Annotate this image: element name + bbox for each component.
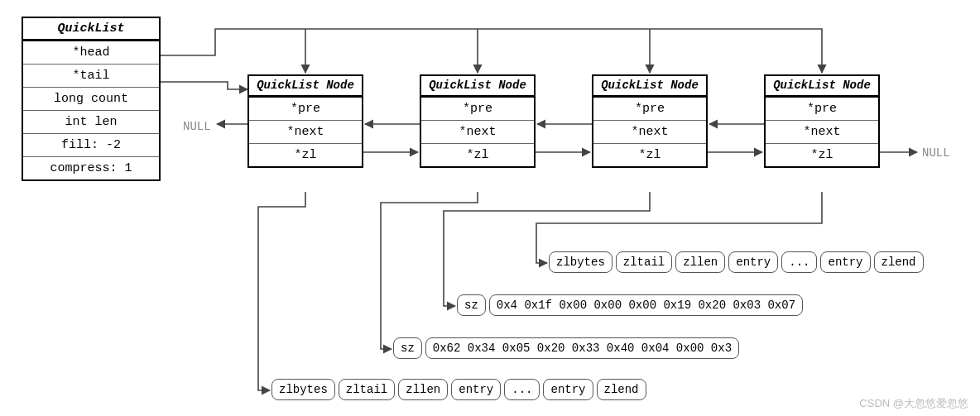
zl1-zlend: zlend (597, 379, 646, 400)
node1-zl: *zl (249, 144, 362, 166)
node2-title: QuickList Node (421, 76, 534, 98)
zl4-entry1: entry (728, 251, 778, 273)
node2-next: *next (421, 121, 534, 144)
node3-zl: *zl (593, 144, 706, 166)
quicklist-node-2: QuickList Node *pre *next *zl (420, 74, 536, 168)
zl1-entry1: entry (451, 379, 501, 400)
sz-row-node3: sz 0x4 0x1f 0x00 0x00 0x00 0x19 0x20 0x0… (457, 294, 803, 316)
node4-next: *next (766, 121, 878, 144)
zl4-dots: ... (781, 251, 817, 273)
zl1-zllen: zllen (398, 379, 448, 400)
node2-pre: *pre (421, 98, 534, 121)
node2-zl: *zl (421, 144, 534, 166)
zl4-entry2: entry (820, 251, 870, 273)
node-title-text: QuickList Node (429, 79, 526, 92)
sz2-label: sz (393, 337, 422, 359)
node3-next: *next (593, 121, 706, 144)
node3-pre: *pre (593, 98, 706, 121)
node1-next: *next (249, 121, 362, 144)
zl4-zlend: zlend (874, 251, 924, 273)
node-title-text: QuickList Node (257, 79, 354, 92)
null-left: NULL (183, 120, 211, 133)
null-right: NULL (922, 146, 950, 160)
zl4-zlbytes: zlbytes (549, 251, 612, 273)
node-title-text: QuickList Node (773, 79, 871, 92)
watermark: CSDN @大忽悠爱忽悠 (859, 396, 968, 411)
quicklist-field-len: int len (23, 111, 159, 134)
quicklist-field-head: *head (23, 41, 159, 65)
quicklist-field-fill: fill: -2 (23, 134, 159, 157)
quicklist-node-1: QuickList Node *pre *next *zl (247, 74, 363, 168)
node4-zl: *zl (766, 144, 878, 166)
quicklist-field-tail: *tail (23, 65, 159, 88)
zl4-zllen: zllen (675, 251, 725, 273)
sz3-bytes: 0x4 0x1f 0x00 0x00 0x00 0x19 0x20 0x03 0… (489, 294, 803, 316)
zl1-zlbytes: zlbytes (271, 379, 335, 400)
sz2-bytes: 0x62 0x34 0x05 0x20 0x33 0x40 0x04 0x00 … (425, 337, 739, 359)
node1-title: QuickList Node (249, 76, 362, 98)
sz-row-node2: sz 0x62 0x34 0x05 0x20 0x33 0x40 0x04 0x… (393, 337, 739, 359)
node4-title: QuickList Node (766, 76, 878, 98)
sz3-label: sz (457, 294, 486, 316)
quicklist-field-count: long count (23, 88, 159, 111)
quicklist-title: QuickList (23, 18, 159, 41)
node-title-text: QuickList Node (601, 79, 699, 92)
node3-title: QuickList Node (593, 76, 706, 98)
zl1-entry2: entry (543, 379, 593, 400)
node1-pre: *pre (249, 98, 362, 121)
ziplist-row-top: zlbytes zltail zllen entry ... entry zle… (549, 251, 924, 273)
ziplist-row-bottom: zlbytes zltail zllen entry ... entry zle… (271, 379, 646, 400)
node4-pre: *pre (766, 98, 878, 121)
zl1-zltail: zltail (339, 379, 395, 400)
quicklist-field-compress: compress: 1 (23, 157, 159, 179)
zl4-zltail: zltail (616, 251, 672, 273)
quicklist-struct: QuickList *head *tail long count int len… (22, 17, 161, 181)
quicklist-node-4: QuickList Node *pre *next *zl (764, 74, 880, 168)
zl1-dots: ... (504, 379, 540, 400)
quicklist-node-3: QuickList Node *pre *next *zl (592, 74, 708, 168)
